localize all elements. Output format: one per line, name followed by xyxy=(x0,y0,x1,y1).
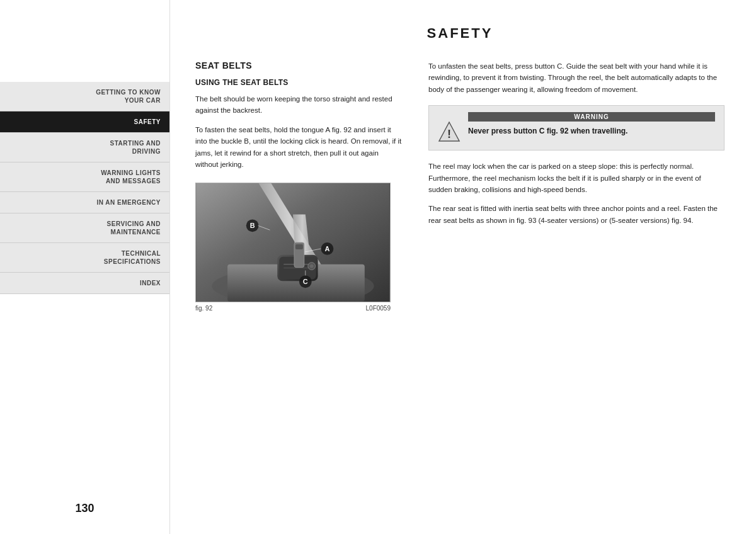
content-columns: SEAT BELTS USING THE SEAT BELTS The belt… xyxy=(195,60,724,312)
svg-text:!: ! xyxy=(447,128,451,140)
sidebar-item-warning-lights[interactable]: WARNING LIGHTSAND MESSAGES xyxy=(0,162,169,192)
warning-text-area: WARNING Never press button C fig. 92 whe… xyxy=(468,112,715,137)
page-number: 130 xyxy=(0,502,169,515)
warning-header: WARNING xyxy=(468,112,715,122)
right-paragraph3: The rear seat is fitted with inertia sea… xyxy=(428,203,724,226)
warning-icon: ! xyxy=(438,121,461,144)
figure-caption-right: L0F0059 xyxy=(366,305,391,312)
right-column: To unfasten the seat belts, press button… xyxy=(428,60,724,312)
right-paragraph2: The reel may lock when the car is parked… xyxy=(428,161,724,195)
sidebar-item-index[interactable]: INDEX xyxy=(0,273,169,294)
svg-text:C: C xyxy=(303,278,308,286)
figure-container: B A C xyxy=(195,183,391,312)
sidebar-item-getting-to-know[interactable]: GETTING TO KNOWYOUR CAR xyxy=(0,82,169,111)
svg-text:A: A xyxy=(324,245,329,253)
figure-caption: fig. 92 L0F0059 xyxy=(195,305,391,312)
sidebar-item-technical[interactable]: TECHNICALSPECIFICATIONS xyxy=(0,243,169,273)
sidebar-item-safety[interactable]: SAFETY xyxy=(0,111,169,133)
paragraph1: The belt should be worn keeping the tors… xyxy=(195,93,403,116)
warning-body-text: Never press button C fig. 92 when travel… xyxy=(468,125,715,137)
section-title: SEAT BELTS xyxy=(195,60,403,71)
svg-text:B: B xyxy=(250,222,255,230)
page-title: SAFETY xyxy=(195,25,724,42)
sidebar: GETTING TO KNOWYOUR CAR SAFETY STARTING … xyxy=(0,0,170,534)
page-container: GETTING TO KNOWYOUR CAR SAFETY STARTING … xyxy=(0,0,756,534)
main-content: SAFETY SEAT BELTS USING THE SEAT BELTS T… xyxy=(170,0,756,534)
subsection-title: USING THE SEAT BELTS xyxy=(195,78,403,87)
figure-caption-left: fig. 92 xyxy=(195,305,212,312)
warning-box: ! WARNING Never press button C fig. 92 w… xyxy=(428,105,724,151)
paragraph2: To fasten the seat belts, hold the tongu… xyxy=(195,124,403,171)
right-paragraph1: To unfasten the seat belts, press button… xyxy=(428,60,724,95)
svg-rect-12 xyxy=(295,244,303,249)
sidebar-item-servicing[interactable]: SERVICING ANDMAINTENANCE xyxy=(0,213,169,243)
svg-point-10 xyxy=(310,264,314,268)
sidebar-item-starting-driving[interactable]: STARTING ANDDRIVING xyxy=(0,133,169,162)
left-column: SEAT BELTS USING THE SEAT BELTS The belt… xyxy=(195,60,403,312)
sidebar-item-emergency[interactable]: IN AN EMERGENCY xyxy=(0,192,169,213)
figure-image: B A C xyxy=(195,183,391,302)
